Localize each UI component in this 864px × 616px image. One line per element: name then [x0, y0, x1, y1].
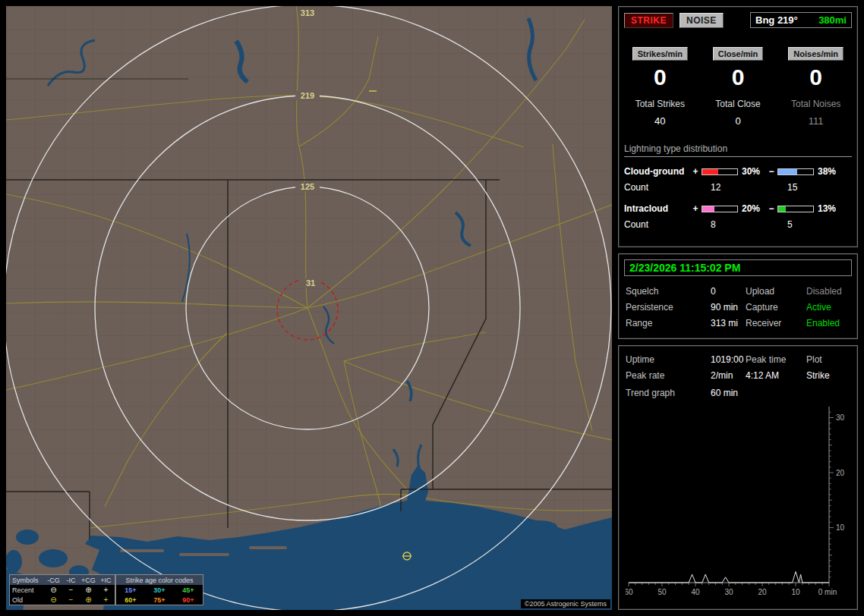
old-pos-ic-icon: + [97, 595, 115, 605]
svg-text:60: 60 [626, 588, 633, 596]
bearing-range: 380mi [818, 14, 847, 26]
col-neg-cg: -CG [45, 575, 62, 585]
cg-positive-bar [702, 168, 738, 175]
strikes-counter: Strikes/min 0 Total Strikes 40 [624, 46, 696, 127]
bearing-display: Bng 219° 380mi [750, 12, 852, 28]
uptime-grid: Uptime 1019:00 Peak time Plot Peak rate … [624, 354, 852, 381]
mode-row: STRIKE NOISE Bng 219° 380mi [624, 12, 852, 28]
ic-count-label: Count [624, 219, 691, 230]
recent-pos-cg-icon: ⊕ [80, 585, 97, 595]
map-legend: Symbols -CG -IC +CG +IC Recent ⊖ − ⊕ + O… [9, 574, 203, 605]
strikes-per-min-button[interactable]: Strikes/min [632, 47, 688, 61]
minus-sign: − [767, 166, 776, 177]
noise-button[interactable]: NOISE [680, 13, 724, 28]
uptime-value: 1019:00 [711, 354, 746, 365]
peak-rate-label: Peak rate [626, 370, 711, 381]
range-ring-label-125: 125 [301, 182, 314, 191]
total-close-label: Total Close [702, 99, 774, 109]
squelch-label: Squelch [626, 286, 711, 297]
noises-per-min-button[interactable]: Noises/min [788, 47, 844, 61]
strike-button[interactable]: STRIKE [624, 13, 673, 28]
close-per-min-button[interactable]: Close/min [713, 47, 764, 61]
cg-negative-bar [777, 168, 814, 175]
old-neg-ic-icon: − [62, 595, 80, 605]
age-60: 60+ [116, 595, 145, 605]
range-ring-label-219: 219 [301, 91, 314, 100]
total-noises-value: 111 [780, 115, 852, 127]
recent-neg-cg-icon: ⊖ [45, 585, 62, 595]
range-value: 313 mi [711, 318, 746, 328]
old-pos-cg-icon: ⊕ [80, 595, 97, 605]
peak-time-value: 4:12 AM [746, 370, 806, 381]
total-strikes-label: Total Strikes [624, 99, 696, 109]
range-ring-label-313: 313 [301, 8, 314, 17]
cloud-ground-label: Cloud-ground [624, 166, 691, 177]
age-90: 90+ [174, 595, 203, 605]
ic-negative-count: 5 [771, 219, 793, 230]
recent-neg-ic-icon: − [62, 585, 80, 595]
cg-negative-pct: 38% [815, 166, 843, 177]
ic-count-row: Count 8 5 [624, 219, 852, 230]
nexstorm-app: 313 219 125 31 Symbols -CG -IC +CG +IC R… [0, 0, 864, 616]
svg-text:30: 30 [836, 413, 845, 422]
bearing-value: Bng 219° [755, 14, 798, 26]
ic-positive-count: 8 [691, 219, 771, 230]
age-colors-legend: Strike age color codes 15+ 30+ 45+ 60+ 7… [115, 574, 203, 605]
range-label: Range [626, 318, 711, 328]
noises-per-min-value: 0 [780, 66, 852, 89]
cg-positive-pct: 30% [739, 166, 767, 177]
col-pos-cg: +CG [80, 575, 97, 585]
map-canvas: 313 219 125 31 [6, 6, 612, 610]
trend-graph-row: Trend graph 60 min [624, 388, 852, 398]
age-30: 30+ [145, 585, 174, 595]
col-neg-ic: -IC [62, 575, 80, 585]
age-codes-title: Strike age color codes [116, 575, 203, 585]
trend-panel: Uptime 1019:00 Peak time Plot Peak rate … [618, 345, 858, 610]
total-noises-label: Total Noises [780, 99, 852, 109]
peak-time-label: Peak time [746, 354, 806, 365]
svg-text:20: 20 [758, 588, 767, 596]
strike-map[interactable]: 313 219 125 31 Symbols -CG -IC +CG +IC R… [6, 6, 612, 610]
age-45: 45+ [174, 585, 203, 595]
total-strikes-value: 40 [624, 115, 696, 127]
svg-text:0 min: 0 min [818, 588, 837, 596]
plus-sign: + [691, 166, 700, 177]
noises-counter: Noises/min 0 Total Noises 111 [780, 46, 852, 127]
svg-text:10: 10 [791, 588, 800, 596]
ic-negative-bar [777, 206, 814, 212]
ic-negative-pct: 13% [815, 203, 843, 214]
strikes-per-min-value: 0 [624, 66, 696, 89]
row-recent-label: Recent [10, 585, 45, 595]
age-15: 15+ [116, 585, 145, 595]
upload-status: Disabled [806, 286, 852, 297]
trend-graph: 1020306050403020100 min [626, 402, 853, 601]
squelch-value: 0 [711, 286, 746, 297]
upload-label: Upload [746, 286, 806, 297]
cg-positive-count: 12 [691, 182, 771, 193]
close-counter: Close/min 0 Total Close 0 [702, 46, 774, 127]
symbols-legend: Symbols -CG -IC +CG +IC Recent ⊖ − ⊕ + O… [9, 574, 115, 605]
peak-rate-value: 2/min [711, 370, 746, 381]
row-old-label: Old [10, 595, 45, 605]
receiver-status: Enabled [806, 318, 852, 328]
old-neg-cg-icon: ⊖ [45, 595, 62, 605]
ic-positive-bar [702, 206, 738, 212]
trend-graph-label: Trend graph [626, 388, 711, 398]
plot-label: Plot [806, 354, 852, 365]
cloud-ground-row: Cloud-ground + 30% − 38% [624, 164, 852, 179]
col-pos-ic: +IC [97, 575, 115, 585]
cg-negative-count: 15 [771, 182, 797, 193]
trend-window-value: 60 min [711, 388, 852, 398]
svg-text:20: 20 [836, 469, 845, 477]
lightning-type-distribution: Lightning type distribution Cloud-ground… [624, 143, 852, 230]
cg-count-label: Count [624, 182, 691, 193]
range-ring-label-31: 31 [306, 278, 315, 288]
recent-pos-ic-icon: + [97, 585, 115, 595]
intracloud-label: Intracloud [624, 203, 691, 214]
rate-counters: Strikes/min 0 Total Strikes 40 Close/min… [624, 46, 852, 127]
distribution-title: Lightning type distribution [624, 143, 852, 157]
plot-type-value: Strike [806, 370, 852, 381]
copyright-text: ©2005 Astrogenic Systems [521, 599, 610, 608]
strike-stats-panel: STRIKE NOISE Bng 219° 380mi Strikes/min … [618, 6, 858, 247]
ic-positive-pct: 20% [739, 203, 767, 214]
